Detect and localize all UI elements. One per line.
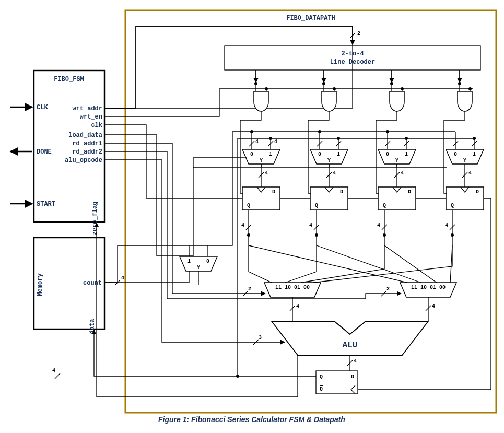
svg-text:4: 4 <box>296 303 299 309</box>
regs-to-mux4 <box>249 245 452 283</box>
and-gate-3 <box>458 91 472 111</box>
decoder-out-wires <box>254 70 461 93</box>
svg-text:load_data: load_data <box>68 132 102 139</box>
svg-text:Q: Q <box>320 374 323 380</box>
wrt-en-rail <box>104 89 473 116</box>
wrt-en-taps <box>265 87 472 93</box>
svg-text:D: D <box>351 374 354 380</box>
svg-text:4: 4 <box>468 170 472 176</box>
svg-text:alu_opcode: alu_opcode <box>65 157 102 164</box>
start-ext-label: START <box>37 201 55 208</box>
figure-caption: Figure 1: Fibonacci Series Calculator FS… <box>158 415 345 424</box>
svg-point-46 <box>473 137 476 140</box>
svg-text:wrt_addr: wrt_addr <box>72 105 102 112</box>
alu-label: ALU <box>343 341 358 350</box>
alu-shape <box>272 321 428 355</box>
reg-0 <box>242 187 280 210</box>
mux2-3 <box>446 149 484 164</box>
mux2-2 <box>378 149 416 164</box>
svg-point-52 <box>318 130 321 133</box>
mux4-b <box>400 283 456 297</box>
svg-point-44 <box>337 137 340 140</box>
svg-point-76 <box>315 233 318 237</box>
decoder-arrowheads <box>256 70 460 83</box>
extra-mux <box>180 256 217 271</box>
load-data-sel <box>193 158 243 167</box>
mux4-a <box>264 283 321 297</box>
svg-point-22 <box>265 87 268 90</box>
svg-point-24 <box>333 87 336 90</box>
clk-rail <box>104 125 491 198</box>
q-to-mem-data <box>94 330 238 376</box>
and-gate-1 <box>322 91 336 111</box>
rd-addr1-wire <box>104 143 265 294</box>
svg-text:4: 4 <box>121 275 124 281</box>
svg-point-28 <box>468 87 472 90</box>
svg-text:4: 4 <box>333 170 336 176</box>
mux2-0 <box>242 149 280 164</box>
zero-flag-label: zero_flag <box>91 202 99 236</box>
clk-ext-label: CLK <box>37 104 48 111</box>
done-ext-label: DONE <box>37 148 52 156</box>
svg-text:4: 4 <box>401 170 404 176</box>
svg-text:rd_addr1: rd_addr1 <box>72 140 102 147</box>
mux-input-stubs: 4 4 <box>249 138 477 149</box>
svg-text:4: 4 <box>255 139 259 145</box>
svg-point-53 <box>386 130 389 133</box>
svg-text:4: 4 <box>52 368 55 373</box>
svg-text:4: 4 <box>354 358 357 364</box>
svg-text:2: 2 <box>386 286 390 292</box>
memory-title: Memory <box>37 273 44 296</box>
svg-text:4: 4 <box>265 170 268 176</box>
reg-2 <box>378 187 416 210</box>
count-wire <box>104 271 189 283</box>
and-gate-2 <box>390 91 404 111</box>
fsm-title: FIBO_FSM <box>54 76 84 83</box>
svg-text:2: 2 <box>248 286 251 292</box>
svg-point-75 <box>247 233 250 237</box>
svg-point-43 <box>269 137 272 140</box>
and-gate-0 <box>254 91 268 111</box>
reg-3 <box>446 187 484 210</box>
svg-text:wrt_en: wrt_en <box>80 113 102 121</box>
svg-point-78 <box>451 233 454 237</box>
reg-out: 4 4 4 4 <box>241 210 455 245</box>
mux2-1 <box>310 149 348 164</box>
svg-text:Q̅: Q̅ <box>320 385 323 392</box>
load-data-rail <box>104 135 193 256</box>
mem-data-label: data <box>89 319 96 334</box>
svg-text:4: 4 <box>445 223 448 228</box>
svg-text:4: 4 <box>377 223 380 228</box>
datapath-title: FIBO_DATAPATH <box>286 15 335 22</box>
svg-point-26 <box>401 87 404 90</box>
svg-point-45 <box>405 137 408 140</box>
svg-point-77 <box>383 233 386 237</box>
mem-count-label: count <box>83 279 102 287</box>
svg-point-51 <box>250 130 253 133</box>
svg-text:3: 3 <box>259 335 262 341</box>
zero-flag-wire <box>97 223 298 397</box>
svg-text:rd_addr2: rd_addr2 <box>72 148 102 156</box>
svg-text:4: 4 <box>432 303 435 309</box>
svg-text:4: 4 <box>309 223 312 228</box>
svg-text:2: 2 <box>357 31 360 37</box>
rd-addr2-wire <box>104 151 401 299</box>
svg-text:4: 4 <box>241 223 244 228</box>
svg-text:4: 4 <box>274 139 277 145</box>
reg-1 <box>310 187 348 210</box>
svg-text:clk: clk <box>91 122 102 129</box>
